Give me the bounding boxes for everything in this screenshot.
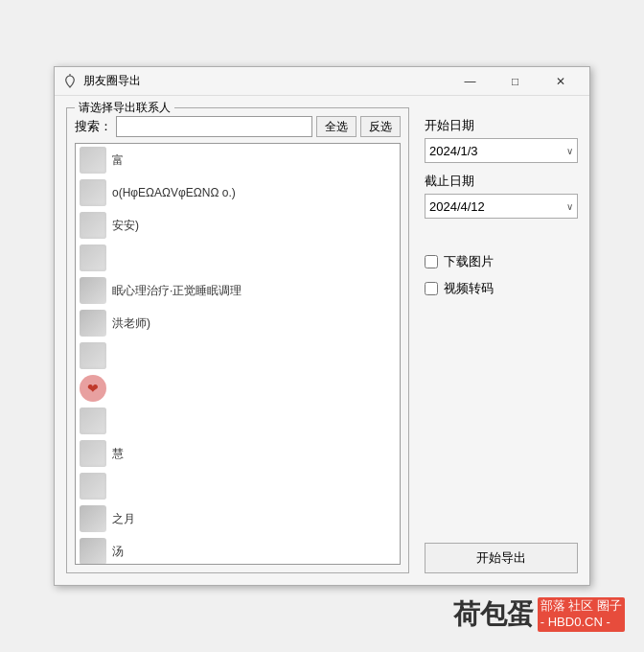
contact-name: o(HφEΩAΩVφEΩNΩ ο.)	[112, 186, 384, 199]
contact-name: 安安)	[112, 218, 384, 234]
search-label: 搜索：	[75, 118, 112, 135]
list-item[interactable]	[76, 470, 388, 502]
list-item[interactable]: 洪老师)	[76, 307, 388, 339]
select-all-button[interactable]: 全选	[316, 116, 356, 137]
main-window: 朋友圈导出 — □ ✕ 请选择导出联系人 搜索： 全选 反选	[54, 66, 590, 586]
download-img-checkbox[interactable]	[425, 255, 438, 268]
app-icon	[62, 74, 78, 89]
close-button[interactable]: ✕	[539, 67, 582, 96]
right-panel: 开始日期 2024/1/3 ∨ 截止日期 2024/4/12 ∨ 下载图片	[425, 107, 578, 573]
list-item[interactable]: 之月	[76, 502, 388, 535]
end-date-select[interactable]: 2024/4/12 ∨	[425, 194, 578, 219]
contact-group-box: 请选择导出联系人 搜索： 全选 反选 富	[66, 107, 409, 573]
list-item[interactable]: 安安)	[76, 209, 388, 242]
watermark-badge: 部落 社区 圈子 - HBD0.CN -	[538, 597, 625, 632]
group-box-label: 请选择导出联系人	[75, 100, 174, 116]
contact-name: 慧	[112, 446, 384, 462]
contact-name: 汤	[112, 544, 384, 560]
avatar: ❤	[80, 375, 106, 402]
export-button[interactable]: 开始导出	[425, 543, 578, 573]
list-item[interactable]: 富	[76, 144, 388, 176]
watermark-url: - HBD0.CN -	[540, 615, 622, 631]
avatar	[80, 310, 106, 337]
list-item[interactable]	[76, 405, 388, 437]
video-transcode-checkbox[interactable]	[425, 282, 438, 295]
video-transcode-label: 视频转码	[444, 280, 494, 297]
start-date-value: 2024/1/3	[429, 144, 478, 158]
list-item[interactable]: 慧	[76, 437, 388, 470]
contact-name: 之月	[112, 511, 384, 527]
minimize-button[interactable]: —	[448, 67, 492, 96]
list-item[interactable]: 眠心理治疗·正觉睡眠调理	[76, 274, 388, 307]
download-img-label: 下载图片	[444, 253, 494, 270]
start-date-field: 开始日期 2024/1/3 ∨	[425, 117, 578, 163]
list-item[interactable]	[76, 242, 388, 274]
chevron-down-icon: ∨	[566, 146, 573, 156]
avatar	[80, 277, 106, 304]
download-img-row[interactable]: 下载图片	[425, 253, 578, 270]
search-input[interactable]	[116, 116, 312, 137]
avatar	[80, 538, 106, 565]
avatar	[80, 244, 106, 271]
badge-line1: 部落 社区 圈子	[540, 598, 622, 615]
avatar	[80, 408, 106, 434]
invert-button[interactable]: 反选	[360, 116, 401, 137]
search-row: 搜索： 全选 反选	[75, 116, 401, 137]
window-title: 朋友圈导出	[83, 73, 448, 89]
list-item[interactable]: ❤	[76, 372, 388, 405]
contact-list-inner: 富 o(HφEΩAΩVφEΩNΩ ο.) 安安)	[76, 144, 388, 565]
title-bar: 朋友圈导出 — □ ✕	[55, 67, 589, 96]
watermark: 荷包蛋 部落 社区 圈子 - HBD0.CN -	[453, 596, 625, 633]
contact-name: 洪老师)	[112, 315, 384, 332]
avatar	[80, 342, 106, 369]
end-date-label: 截止日期	[425, 173, 578, 190]
contact-name: 眠心理治疗·正觉睡眠调理	[112, 283, 384, 299]
contact-list[interactable]: 富 o(HφEΩAΩVφEΩNΩ ο.) 安安)	[75, 143, 401, 565]
left-panel: 请选择导出联系人 搜索： 全选 反选 富	[66, 107, 409, 573]
avatar	[80, 473, 106, 500]
window-controls: — □ ✕	[448, 67, 582, 96]
contact-name: 富	[112, 152, 384, 169]
start-date-label: 开始日期	[425, 117, 578, 134]
list-item[interactable]: 汤	[76, 535, 388, 565]
avatar	[80, 505, 106, 532]
end-date-field: 截止日期 2024/4/12 ∨	[425, 173, 578, 219]
video-transcode-row[interactable]: 视频转码	[425, 280, 578, 297]
window-body: 请选择导出联系人 搜索： 全选 反选 富	[55, 96, 589, 585]
avatar	[80, 440, 106, 467]
list-item[interactable]	[76, 339, 388, 372]
end-date-value: 2024/4/12	[429, 199, 485, 214]
avatar	[80, 179, 106, 206]
start-date-select[interactable]: 2024/1/3 ∨	[425, 138, 578, 163]
list-item[interactable]: o(HφEΩAΩVφEΩNΩ ο.)	[76, 176, 388, 209]
chevron-down-icon: ∨	[566, 201, 573, 212]
maximize-button[interactable]: □	[494, 67, 537, 96]
avatar	[80, 212, 106, 239]
avatar	[80, 147, 106, 174]
watermark-text: 荷包蛋	[453, 596, 534, 633]
